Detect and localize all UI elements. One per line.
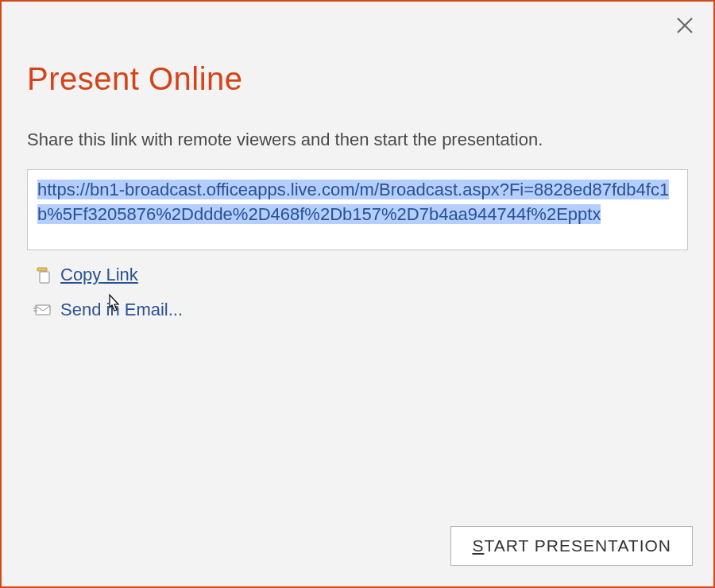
dialog-title: Present Online — [27, 61, 688, 97]
instruction-text: Share this link with remote viewers and … — [27, 129, 688, 152]
svg-rect-4 — [36, 305, 50, 315]
send-email-row[interactable]: Send in Email... — [27, 300, 688, 320]
send-email-button[interactable]: Send in Email... — [60, 300, 183, 320]
accelerator-s: S — [472, 536, 484, 555]
close-icon — [675, 16, 694, 38]
close-button[interactable] — [674, 16, 696, 38]
svg-rect-2 — [37, 268, 47, 271]
dialog-content: Present Online Share this link with remo… — [2, 2, 713, 320]
start-button-rest: TART PRESENTATION — [484, 536, 671, 555]
start-presentation-button[interactable]: START PRESENTATION — [450, 526, 693, 566]
share-link-text[interactable]: https://bn1-broadcast.officeapps.live.co… — [37, 180, 669, 225]
share-link-box[interactable]: https://bn1-broadcast.officeapps.live.co… — [27, 169, 688, 251]
clipboard-icon — [33, 265, 52, 284]
copy-link-row[interactable]: Copy Link — [27, 265, 688, 285]
copy-link-button[interactable]: Copy Link — [60, 265, 138, 285]
svg-rect-3 — [40, 272, 49, 283]
email-icon — [33, 300, 52, 319]
